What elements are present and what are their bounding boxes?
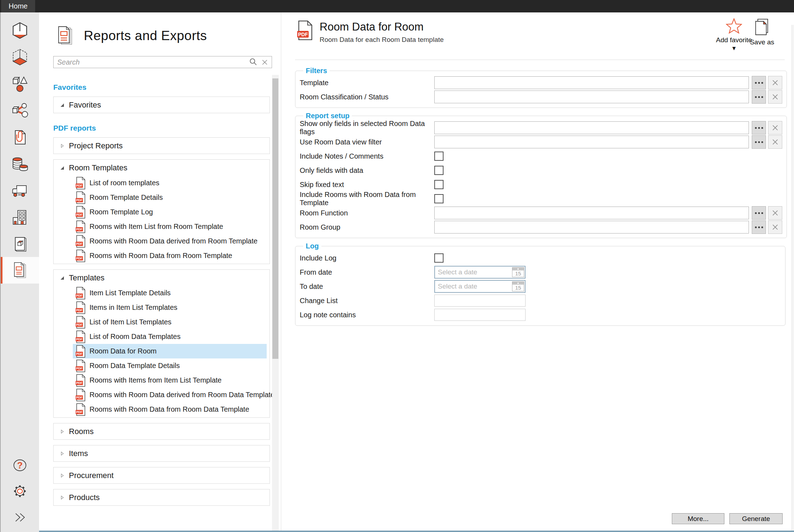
pdf-file-icon (76, 177, 86, 190)
to-date-input[interactable] (435, 281, 511, 292)
template-clear-button[interactable] (768, 76, 782, 89)
panel-scrollbar[interactable] (272, 75, 279, 532)
report-item[interactable]: Items in Item List Templates (73, 300, 267, 315)
save-as-button[interactable]: Save as (746, 18, 778, 46)
only-fields-with-data-checkbox[interactable] (434, 166, 444, 175)
sidebar-item-rooms[interactable] (1, 17, 39, 44)
panel-scrollbar-thumb[interactable] (272, 78, 278, 359)
report-item[interactable]: Rooms with Room Data derived from Room D… (73, 388, 267, 402)
sidebar-item-products-network[interactable] (1, 97, 39, 124)
sidebar-item-finance[interactable] (1, 150, 39, 177)
search-icon[interactable] (249, 58, 258, 66)
report-item[interactable]: List of Item List Templates (73, 315, 267, 329)
tree-group-header-rooms[interactable]: Rooms (54, 423, 270, 439)
room-classification-browse-button[interactable] (752, 90, 766, 104)
report-title: Room Data for Room (320, 21, 424, 33)
report-detail-pane: Room Data for Room Room Data for each Ro… (282, 12, 794, 532)
products-network-icon (11, 102, 29, 120)
sidebar-item-reports[interactable] (1, 257, 39, 284)
window-bottom-edge (39, 531, 794, 532)
settings-button[interactable] (1, 478, 39, 504)
room-classification-input[interactable] (434, 91, 749, 103)
tree-group-header-items[interactable]: Items (54, 445, 270, 461)
logistics-truck-icon (11, 181, 29, 200)
pdf-file-icon (76, 316, 86, 329)
sidebar-item-logistics[interactable] (1, 177, 39, 204)
more-button[interactable]: More... (672, 513, 724, 524)
search-input[interactable] (54, 57, 249, 67)
view-filter-input[interactable] (434, 136, 749, 148)
calendar-icon[interactable]: 15 (512, 267, 524, 277)
template-browse-button[interactable] (752, 76, 766, 89)
report-item[interactable]: Rooms with Item List from Room Template (73, 219, 267, 234)
room-templates-icon (11, 48, 29, 67)
from-date-input[interactable] (435, 267, 511, 278)
reports-tree: Favorites Favorites PDF reports Project … (39, 83, 272, 511)
room-data-flags-clear-button[interactable] (768, 121, 782, 135)
view-filter-clear-button[interactable] (768, 135, 782, 149)
include-notes-checkbox[interactable] (434, 152, 444, 161)
main-scrollbar[interactable] (792, 25, 794, 532)
report-item[interactable]: Item List Template Details (73, 286, 267, 300)
form-row-from-date: From date 15 (300, 265, 781, 279)
pdf-file-icon (76, 220, 86, 233)
log-note-contains-input[interactable] (434, 309, 526, 321)
view-filter-browse-button[interactable] (752, 135, 766, 149)
pdf-file-icon (76, 389, 86, 401)
report-item-selected[interactable]: Room Data for Room (73, 344, 267, 358)
sidebar-item-attachments[interactable] (1, 124, 39, 150)
room-data-flags-input[interactable] (434, 121, 749, 134)
report-item[interactable]: Rooms with Room Data derived from Room T… (73, 234, 267, 248)
log-group: Log Include Log From date 15 To date (295, 242, 785, 326)
report-item[interactable]: Rooms with Room Data from Room Data Temp… (73, 402, 267, 417)
form-row-template: Template (300, 76, 782, 90)
report-item[interactable]: Rooms with Room Data from Room Template (73, 248, 267, 263)
report-options-form: Filters Template Room Classification / S… (295, 67, 785, 330)
room-function-browse-button[interactable] (752, 206, 766, 220)
tree-group-header-favorites[interactable]: Favorites (54, 97, 270, 113)
expand-sidebar-button[interactable] (1, 504, 39, 530)
home-tab[interactable]: Home (1, 0, 35, 12)
template-input[interactable] (434, 76, 749, 89)
room-function-clear-button[interactable] (768, 206, 782, 220)
tree-group-procurement: Procurement (53, 467, 270, 484)
room-group-clear-button[interactable] (768, 220, 782, 234)
sidebar-item-buildings[interactable] (1, 204, 39, 230)
pdf-file-icon (76, 301, 86, 314)
expanded-arrow-icon (60, 103, 64, 107)
include-rooms-from-template-checkbox[interactable] (434, 194, 444, 203)
room-group-input[interactable] (434, 221, 749, 234)
tree-group-header-procurement[interactable]: Procurement (54, 467, 270, 483)
clear-icon (771, 79, 779, 87)
report-setup-group: Report setup Show only fields in selecte… (295, 112, 787, 238)
tree-group-header-products[interactable]: Products (54, 489, 270, 505)
include-log-checkbox[interactable] (434, 253, 444, 263)
help-button[interactable]: ? (1, 452, 39, 478)
skip-fixed-text-checkbox[interactable] (434, 180, 444, 189)
tree-group-header-project-reports[interactable]: Project Reports (54, 138, 270, 154)
tree-group-header-room-templates[interactable]: Room Templates (54, 160, 270, 176)
clear-search-icon[interactable] (261, 59, 268, 66)
attachments-icon (11, 128, 29, 147)
report-item[interactable]: List of room templates (73, 176, 267, 190)
sidebar-item-catalog[interactable] (1, 230, 39, 257)
pdf-file-icon (76, 360, 86, 372)
clear-icon (771, 209, 779, 217)
report-item[interactable]: List of Room Data Templates (73, 329, 267, 344)
report-item[interactable]: Room Template Details (73, 190, 267, 205)
room-function-input[interactable] (434, 207, 749, 219)
change-list-input[interactable] (434, 295, 526, 307)
report-item[interactable]: Room Data Template Details (73, 358, 267, 373)
report-item[interactable]: Room Template Log (73, 205, 267, 219)
generate-button[interactable]: Generate (729, 513, 783, 524)
sidebar-item-room-templates[interactable] (1, 44, 39, 71)
room-group-browse-button[interactable] (752, 220, 766, 234)
room-classification-clear-button[interactable] (768, 90, 782, 104)
form-row-include-notes: Include Notes / Comments (300, 149, 782, 163)
tree-group-header-templates[interactable]: Templates (54, 270, 270, 286)
calendar-icon[interactable]: 15 (512, 281, 524, 291)
room-data-flags-browse-button[interactable] (752, 121, 766, 135)
report-item[interactable]: Rooms with Items from Item List Template (73, 373, 267, 388)
sidebar-item-items[interactable] (1, 71, 39, 97)
form-row-log-note: Log note contains (300, 308, 781, 322)
